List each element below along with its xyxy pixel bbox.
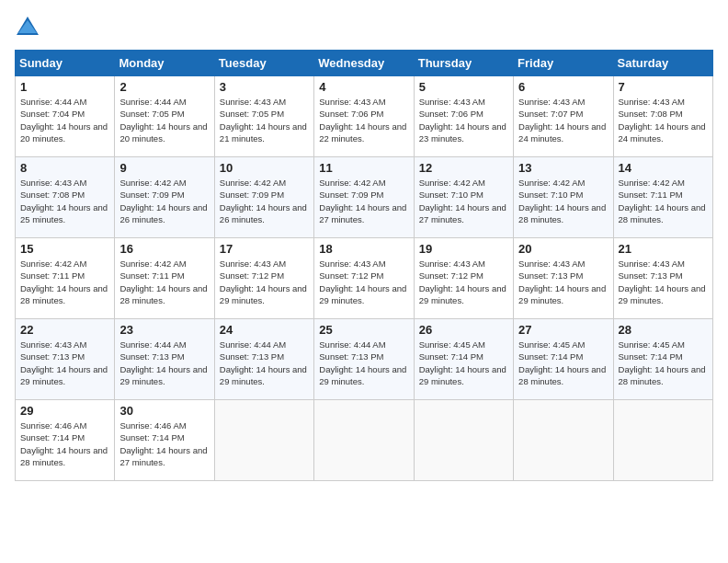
- cell-content: Sunrise: 4:44 AM Sunset: 7:13 PM Dayligh…: [319, 339, 408, 387]
- logo: [15, 15, 44, 40]
- daylight-label: Daylight: 14 hours and 29 minutes.: [319, 283, 406, 305]
- cell-content: Sunrise: 4:42 AM Sunset: 7:09 PM Dayligh…: [319, 177, 408, 225]
- sunset-label: Sunset: 7:06 PM: [419, 109, 483, 119]
- daylight-label: Daylight: 14 hours and 28 minutes.: [619, 202, 706, 224]
- sunset-label: Sunset: 7:14 PM: [119, 432, 184, 442]
- day-number: 28: [619, 323, 708, 337]
- daylight-label: Daylight: 14 hours and 28 minutes.: [518, 364, 606, 386]
- sunrise-label: Sunrise: 4:42 AM: [419, 178, 485, 188]
- sunset-label: Sunset: 7:12 PM: [220, 270, 284, 281]
- daylight-label: Daylight: 14 hours and 20 minutes.: [20, 121, 108, 144]
- sunset-label: Sunset: 7:05 PM: [220, 109, 284, 119]
- sunset-label: Sunset: 7:14 PM: [619, 351, 683, 362]
- sunrise-label: Sunrise: 4:42 AM: [518, 178, 585, 188]
- sunset-label: Sunset: 7:14 PM: [518, 351, 583, 362]
- calendar-cell: 2 Sunrise: 4:44 AM Sunset: 7:05 PM Dayli…: [115, 76, 214, 157]
- daylight-label: Daylight: 14 hours and 29 minutes.: [518, 283, 606, 305]
- calendar-table: SundayMondayTuesdayWednesdayThursdayFrid…: [15, 50, 713, 481]
- cell-content: Sunrise: 4:45 AM Sunset: 7:14 PM Dayligh…: [419, 339, 508, 387]
- sunset-label: Sunset: 7:06 PM: [319, 109, 383, 119]
- daylight-label: Daylight: 14 hours and 28 minutes.: [518, 202, 606, 224]
- sunrise-label: Sunrise: 4:45 AM: [419, 339, 485, 350]
- calendar-cell: 10 Sunrise: 4:42 AM Sunset: 7:09 PM Dayl…: [214, 157, 313, 238]
- sunrise-label: Sunrise: 4:43 AM: [619, 259, 685, 269]
- sunset-label: Sunset: 7:13 PM: [20, 351, 85, 362]
- day-number: 3: [220, 80, 309, 94]
- sunset-label: Sunset: 7:13 PM: [220, 351, 284, 362]
- daylight-label: Daylight: 14 hours and 29 minutes.: [220, 364, 307, 386]
- sunrise-label: Sunrise: 4:44 AM: [119, 339, 186, 350]
- calendar-cell: 22 Sunrise: 4:43 AM Sunset: 7:13 PM Dayl…: [16, 319, 115, 400]
- day-number: 9: [119, 161, 209, 175]
- day-number: 25: [319, 323, 408, 337]
- daylight-label: Daylight: 14 hours and 29 minutes.: [119, 364, 207, 386]
- calendar-cell: 5 Sunrise: 4:43 AM Sunset: 7:06 PM Dayli…: [414, 76, 513, 157]
- calendar-cell: 12 Sunrise: 4:42 AM Sunset: 7:10 PM Dayl…: [414, 157, 513, 238]
- calendar-cell: 11 Sunrise: 4:42 AM Sunset: 7:09 PM Dayl…: [314, 157, 414, 238]
- day-number: 22: [20, 323, 109, 337]
- sunset-label: Sunset: 7:13 PM: [319, 351, 383, 362]
- daylight-label: Daylight: 14 hours and 27 minutes.: [319, 202, 406, 224]
- sunset-label: Sunset: 7:09 PM: [319, 190, 383, 200]
- sunrise-label: Sunrise: 4:45 AM: [518, 339, 585, 350]
- sunset-label: Sunset: 7:09 PM: [119, 190, 184, 200]
- calendar-cell: 20 Sunrise: 4:43 AM Sunset: 7:13 PM Dayl…: [514, 238, 613, 319]
- day-number: 26: [419, 323, 508, 337]
- sunrise-label: Sunrise: 4:46 AM: [20, 420, 86, 431]
- daylight-label: Daylight: 14 hours and 27 minutes.: [119, 445, 207, 467]
- calendar-header-row: SundayMondayTuesdayWednesdayThursdayFrid…: [16, 51, 713, 76]
- sunrise-label: Sunrise: 4:42 AM: [119, 259, 186, 269]
- sunrise-label: Sunrise: 4:43 AM: [220, 97, 286, 107]
- daylight-label: Daylight: 14 hours and 20 minutes.: [119, 121, 207, 144]
- cell-content: Sunrise: 4:46 AM Sunset: 7:14 PM Dayligh…: [20, 419, 109, 468]
- calendar-cell: 15 Sunrise: 4:42 AM Sunset: 7:11 PM Dayl…: [16, 238, 115, 319]
- daylight-label: Daylight: 14 hours and 26 minutes.: [220, 202, 307, 224]
- sunrise-label: Sunrise: 4:43 AM: [419, 259, 485, 269]
- day-number: 24: [220, 323, 309, 337]
- sunrise-label: Sunrise: 4:45 AM: [619, 339, 685, 350]
- calendar-cell: 1 Sunrise: 4:44 AM Sunset: 7:04 PM Dayli…: [16, 76, 115, 157]
- sunset-label: Sunset: 7:09 PM: [220, 190, 284, 200]
- calendar-cell: 21 Sunrise: 4:43 AM Sunset: 7:13 PM Dayl…: [613, 238, 712, 319]
- sunset-label: Sunset: 7:13 PM: [119, 351, 184, 362]
- sunset-label: Sunset: 7:10 PM: [518, 190, 583, 200]
- daylight-label: Daylight: 14 hours and 29 minutes.: [619, 283, 706, 305]
- calendar-cell: 23 Sunrise: 4:44 AM Sunset: 7:13 PM Dayl…: [115, 319, 214, 400]
- day-number: 13: [518, 161, 608, 175]
- cell-content: Sunrise: 4:43 AM Sunset: 7:08 PM Dayligh…: [20, 177, 109, 225]
- sunrise-label: Sunrise: 4:42 AM: [20, 259, 86, 269]
- logo-icon: [15, 15, 40, 40]
- cell-content: Sunrise: 4:43 AM Sunset: 7:05 PM Dayligh…: [220, 96, 309, 144]
- daylight-label: Daylight: 14 hours and 26 minutes.: [119, 202, 207, 224]
- calendar-day-header: Tuesday: [214, 51, 313, 76]
- day-number: 4: [319, 80, 408, 94]
- calendar-week-row: 15 Sunrise: 4:42 AM Sunset: 7:11 PM Dayl…: [16, 238, 713, 319]
- cell-content: Sunrise: 4:43 AM Sunset: 7:12 PM Dayligh…: [419, 258, 508, 306]
- calendar-cell: [613, 400, 712, 481]
- sunset-label: Sunset: 7:13 PM: [619, 270, 683, 281]
- day-number: 19: [419, 242, 508, 256]
- calendar-day-header: Monday: [115, 51, 214, 76]
- sunset-label: Sunset: 7:04 PM: [20, 109, 85, 119]
- sunrise-label: Sunrise: 4:42 AM: [619, 178, 685, 188]
- sunrise-label: Sunrise: 4:44 AM: [119, 97, 186, 107]
- sunrise-label: Sunrise: 4:43 AM: [20, 339, 86, 350]
- sunset-label: Sunset: 7:08 PM: [619, 109, 683, 119]
- day-number: 6: [518, 80, 608, 94]
- cell-content: Sunrise: 4:43 AM Sunset: 7:13 PM Dayligh…: [518, 258, 608, 306]
- daylight-label: Daylight: 14 hours and 29 minutes.: [20, 364, 108, 386]
- cell-content: Sunrise: 4:45 AM Sunset: 7:14 PM Dayligh…: [619, 339, 708, 387]
- sunrise-label: Sunrise: 4:43 AM: [518, 259, 585, 269]
- calendar-cell: 7 Sunrise: 4:43 AM Sunset: 7:08 PM Dayli…: [613, 76, 712, 157]
- daylight-label: Daylight: 14 hours and 29 minutes.: [319, 364, 406, 386]
- calendar-cell: 30 Sunrise: 4:46 AM Sunset: 7:14 PM Dayl…: [115, 400, 214, 481]
- day-number: 5: [419, 80, 508, 94]
- calendar-week-row: 8 Sunrise: 4:43 AM Sunset: 7:08 PM Dayli…: [16, 157, 713, 238]
- calendar-day-header: Friday: [514, 51, 613, 76]
- calendar-cell: 16 Sunrise: 4:42 AM Sunset: 7:11 PM Dayl…: [115, 238, 214, 319]
- cell-content: Sunrise: 4:43 AM Sunset: 7:13 PM Dayligh…: [619, 258, 708, 306]
- cell-content: Sunrise: 4:43 AM Sunset: 7:06 PM Dayligh…: [419, 96, 508, 144]
- calendar-cell: 14 Sunrise: 4:42 AM Sunset: 7:11 PM Dayl…: [613, 157, 712, 238]
- sunset-label: Sunset: 7:11 PM: [619, 190, 683, 200]
- calendar-cell: 8 Sunrise: 4:43 AM Sunset: 7:08 PM Dayli…: [16, 157, 115, 238]
